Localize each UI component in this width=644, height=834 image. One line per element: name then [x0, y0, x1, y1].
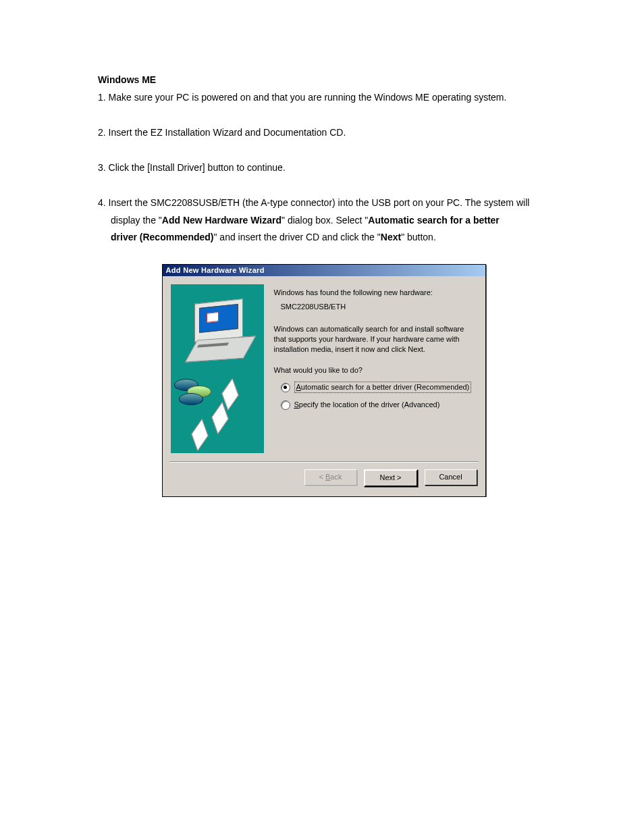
radio-specify-location[interactable]: Specify the location of the driver (Adva… [281, 400, 474, 410]
section-heading: Windows ME [98, 74, 549, 85]
description-text: Windows can automatically search for and… [274, 324, 474, 355]
step-4-text: display the " [111, 215, 162, 226]
step-4-bold-auto2: driver (Recommended) [111, 232, 213, 242]
step-3: 3. Click the [Install Driver] button to … [98, 159, 549, 177]
prompt-text: What would you like to do? [274, 365, 474, 375]
step-4-text: " and insert the driver CD and click the… [213, 232, 380, 242]
step-4: 4. Insert the SMC2208SUSB/ETH (the A-typ… [98, 194, 549, 247]
step-4-text: " dialog box. Select " [281, 215, 368, 226]
cancel-button[interactable]: Cancel [425, 469, 477, 486]
add-hardware-wizard-dialog: Add New Hardware Wizard Windows has foun… [162, 264, 486, 497]
radio-automatic-label: Automatic search for a better driver (Re… [294, 382, 472, 393]
wizard-illustration [171, 284, 264, 453]
radio-icon [281, 400, 290, 410]
next-button[interactable]: Next > [364, 469, 418, 487]
step-4-text: " button. [401, 232, 436, 242]
step-4-bold-next: Next [381, 232, 401, 242]
step-4-bold-wizard: Add New Hardware Wizard [162, 215, 281, 226]
device-name: SMC2208USB/ETH [281, 302, 474, 312]
step-4-bold-auto1: Automatic search for a better [368, 215, 500, 226]
step-4-line1: 4. Insert the SMC2208SUSB/ETH (the A-typ… [98, 197, 529, 208]
found-hardware-text: Windows has found the following new hard… [274, 288, 474, 298]
radio-automatic-search[interactable]: Automatic search for a better driver (Re… [281, 382, 474, 393]
step-1: 1. Make sure your PC is powered on and t… [98, 89, 549, 107]
radio-specify-label: Specify the location of the driver (Adva… [294, 400, 440, 410]
dialog-title: Add New Hardware Wizard [163, 265, 485, 276]
back-button: < Back [304, 469, 357, 486]
radio-icon [281, 383, 290, 392]
step-2: 2. Insert the EZ Installation Wizard and… [98, 124, 549, 142]
